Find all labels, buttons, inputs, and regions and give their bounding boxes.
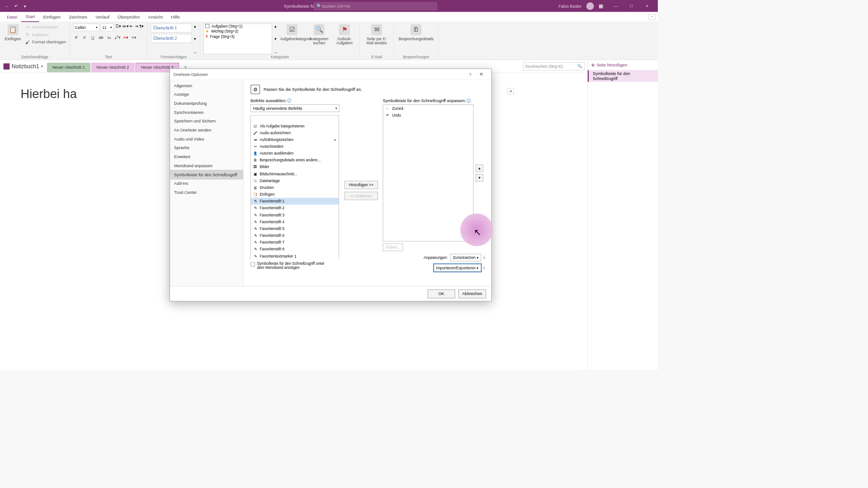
section-tab-2[interactable]: Neuer Abschnitt 2 bbox=[91, 62, 134, 72]
choose-commands-select[interactable]: Häufig verwendete Befehle▾ bbox=[250, 104, 340, 112]
avatar[interactable] bbox=[586, 2, 594, 10]
collapse-ribbon-button[interactable]: ^ bbox=[648, 14, 655, 20]
info-icon[interactable]: i bbox=[467, 99, 471, 103]
command-item[interactable]: ✎Favoritentextmarker 1 bbox=[251, 253, 339, 259]
bullets-button[interactable]: ☰▾ bbox=[115, 23, 121, 31]
command-item[interactable]: ▣Bildschirmausschnitt... bbox=[251, 170, 339, 177]
style-more-button[interactable]: ⎵ bbox=[194, 49, 196, 54]
menu-insert[interactable]: Einfügen bbox=[39, 12, 65, 21]
command-item[interactable]: 🗓Besprechungsdetails eines andere... bbox=[251, 157, 339, 164]
reset-button[interactable]: Zurücksetzen ▾ bbox=[450, 254, 481, 262]
info-icon[interactable]: i bbox=[484, 266, 485, 270]
font-color-button[interactable]: A▾ bbox=[123, 35, 129, 40]
menu-history[interactable]: Verlauf bbox=[91, 12, 113, 21]
strike-button[interactable]: ab bbox=[98, 35, 104, 40]
command-item[interactable]: 📎Dateianlage bbox=[251, 178, 339, 184]
command-item[interactable]: 🖼Bilder bbox=[251, 164, 339, 170]
paragraph-button[interactable]: ¶▾ bbox=[139, 23, 143, 31]
command-item[interactable]: 📋Einfügen bbox=[251, 191, 339, 198]
dialog-nav-item[interactable]: Audio und Video bbox=[170, 135, 242, 144]
maximize-button[interactable]: ☐ bbox=[624, 1, 640, 11]
dialog-nav-item[interactable]: Symbolleiste für den Schnellzugriff bbox=[170, 170, 242, 179]
style-down-button[interactable]: ▾ bbox=[194, 37, 196, 42]
titlebar-search[interactable]: 🔍 bbox=[314, 2, 437, 10]
close-button[interactable]: ✕ bbox=[639, 1, 655, 11]
dialog-nav-item[interactable]: Erweitert bbox=[170, 152, 242, 161]
font-name-select[interactable]: Calibri▾ bbox=[73, 23, 99, 31]
modify-button[interactable]: Ändern... bbox=[383, 244, 403, 251]
qat-dropdown-icon[interactable]: ▾ bbox=[21, 2, 29, 10]
command-item[interactable]: ✎Favoritenstift 8 bbox=[251, 246, 339, 253]
import-export-button[interactable]: Importieren/Exportieren ▾ bbox=[434, 264, 481, 272]
section-tab-1[interactable]: Neuer Abschnitt 1 bbox=[47, 62, 90, 72]
minimize-button[interactable]: — bbox=[608, 1, 624, 11]
back-icon[interactable]: ← bbox=[4, 2, 11, 10]
tag-task[interactable]: Aufgaben (Strg+1) bbox=[204, 24, 272, 28]
command-item[interactable]: 🎤Audio aufzeichnen bbox=[251, 130, 339, 136]
font-size-select[interactable]: 11▾ bbox=[101, 23, 114, 31]
info-icon[interactable]: i bbox=[484, 255, 485, 259]
find-tags-button[interactable]: 🔍Kategorien suchen bbox=[307, 23, 331, 54]
paste-button[interactable]: 📋 Einfügen bbox=[4, 23, 23, 54]
tag-up-button[interactable]: ▴ bbox=[274, 23, 277, 28]
command-item[interactable] bbox=[251, 116, 339, 122]
add-page-button[interactable]: ⊕ Seite hinzufügen bbox=[588, 60, 658, 70]
page-list-item[interactable]: Symbolleiste für den Schnellzugriff bbox=[588, 70, 658, 82]
qat-current-item[interactable]: ←Zurück bbox=[383, 105, 473, 112]
command-item[interactable]: ✎Favoritenstift 1 bbox=[251, 198, 339, 205]
user-name[interactable]: Fabio Basler bbox=[558, 4, 581, 9]
command-item[interactable]: 👤Autoren ausblenden bbox=[251, 150, 339, 157]
command-item[interactable]: ✎Favoritenstift 2 bbox=[251, 205, 339, 211]
style-heading-1[interactable]: Überschrift 1 bbox=[151, 23, 192, 33]
dialog-close-button[interactable]: ✕ bbox=[474, 71, 488, 77]
info-icon[interactable]: i bbox=[287, 99, 291, 103]
dialog-help-button[interactable]: ? bbox=[466, 72, 474, 77]
tag-more-button[interactable]: ⎵ bbox=[274, 49, 277, 54]
dialog-nav-item[interactable]: Anzeige bbox=[170, 90, 242, 99]
style-heading-2[interactable]: Überschrift 2 bbox=[151, 34, 192, 43]
command-item[interactable]: ✎Favoritenstift 3 bbox=[251, 211, 339, 218]
outlook-tasks-button[interactable]: ⚑Outlook-Aufgaben bbox=[333, 23, 356, 54]
command-item[interactable]: ≔Aufzählungszeichen▸ bbox=[251, 136, 339, 143]
menu-start[interactable]: Start bbox=[21, 12, 39, 22]
command-item[interactable]: ✂Ausschneiden bbox=[251, 143, 339, 150]
cancel-button[interactable]: Abbrechen bbox=[458, 289, 486, 298]
command-item[interactable]: ✎Favoritenstift 7 bbox=[251, 239, 339, 246]
ok-button[interactable]: OK bbox=[428, 289, 455, 298]
dialog-nav-item[interactable]: Sprache bbox=[170, 144, 242, 153]
style-up-button[interactable]: ▴ bbox=[194, 23, 196, 28]
menu-view[interactable]: Ansicht bbox=[144, 12, 167, 21]
command-item[interactable]: ✎Favoritenstift 6 bbox=[251, 232, 339, 239]
copy-button[interactable]: ⎘Kopieren bbox=[24, 31, 66, 38]
command-item[interactable]: ✎Favoritenstift 5 bbox=[251, 225, 339, 232]
subscript-button[interactable]: x₂ bbox=[106, 35, 113, 40]
qat-current-item[interactable]: ↶Undo bbox=[383, 112, 473, 118]
italic-button[interactable]: K bbox=[81, 35, 88, 40]
underline-button[interactable]: U bbox=[90, 35, 96, 40]
move-down-button[interactable]: ▼ bbox=[476, 174, 483, 182]
menu-help[interactable]: Hilfe bbox=[167, 12, 184, 21]
ribbon-mode-icon[interactable]: ▦ bbox=[599, 3, 603, 9]
dialog-nav-item[interactable]: An OneNote senden bbox=[170, 126, 242, 135]
tag-important[interactable]: ★Wichtig (Strg+2) bbox=[204, 29, 272, 34]
menu-draw[interactable]: Zeichnen bbox=[65, 12, 91, 21]
show-below-ribbon-checkbox[interactable] bbox=[250, 262, 255, 267]
dialog-nav-item[interactable]: Trust Center bbox=[170, 188, 242, 197]
meeting-details-button[interactable]: 🗓Besprechungsdetails bbox=[397, 23, 435, 54]
numbering-button[interactable]: ≔▾ bbox=[122, 23, 128, 31]
titlebar-search-input[interactable] bbox=[322, 4, 435, 9]
dialog-nav-item[interactable]: Dokumentprüfung bbox=[170, 99, 242, 108]
tag-question[interactable]: ?Frage (Strg+3) bbox=[204, 34, 272, 39]
notebook-search[interactable]: Durchsuchen (Strg+E) 🔍 bbox=[523, 62, 585, 70]
bold-button[interactable]: F bbox=[73, 35, 80, 40]
tag-down-button[interactable]: ▾ bbox=[274, 37, 277, 42]
command-item[interactable]: ✎Favoritenstift 4 bbox=[251, 219, 339, 225]
move-up-button[interactable]: ▲ bbox=[476, 164, 483, 172]
cut-button[interactable]: ✂Ausschneiden bbox=[24, 23, 66, 30]
expand-button[interactable]: ↗ bbox=[507, 88, 514, 95]
task-category-button[interactable]: ☑Aufgabenkategorie bbox=[278, 23, 305, 54]
command-item[interactable]: 🖨Drucken bbox=[251, 184, 339, 191]
format-painter-button[interactable]: 🖌Format übertragen bbox=[24, 39, 66, 46]
remove-command-button[interactable]: << Entfernen bbox=[344, 192, 378, 200]
dialog-nav-item[interactable]: Synchronisieren bbox=[170, 108, 242, 117]
